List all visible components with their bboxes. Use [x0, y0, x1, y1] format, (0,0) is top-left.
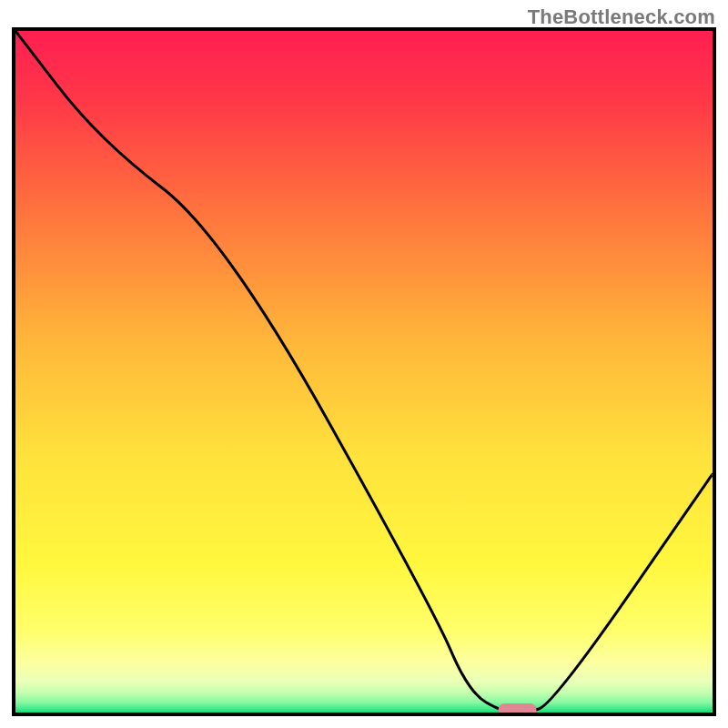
chart-frame [12, 27, 716, 716]
optimal-marker [499, 703, 537, 713]
chart-container: TheBottleneck.com [0, 0, 728, 728]
chart-marker-layer [15, 31, 713, 713]
watermark-text: TheBottleneck.com [528, 5, 715, 29]
